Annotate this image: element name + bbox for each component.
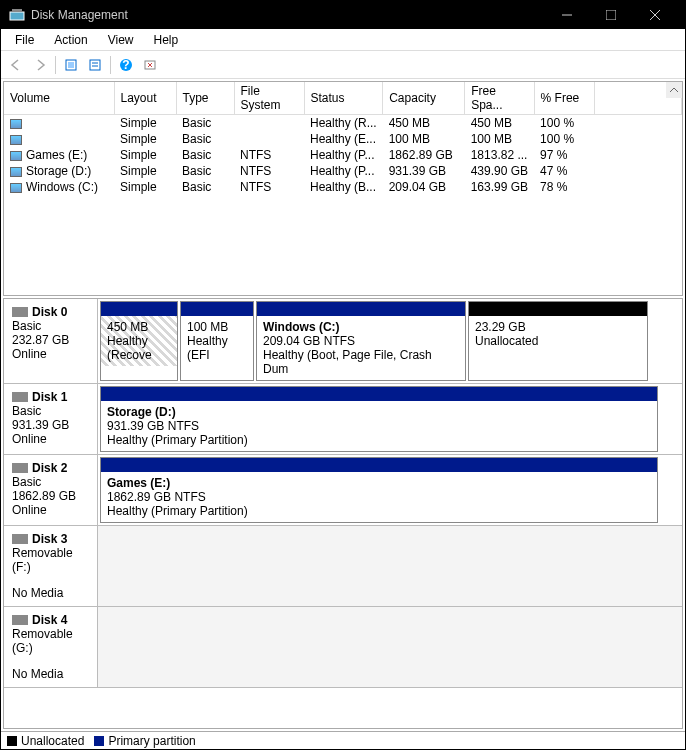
disk-label[interactable]: Disk 2Basic1862.89 GBOnline xyxy=(4,455,98,525)
partition[interactable]: Windows (C:)209.04 GB NTFSHealthy (Boot,… xyxy=(256,301,466,381)
maximize-button[interactable] xyxy=(589,1,633,29)
col-fs[interactable]: File System xyxy=(234,82,304,115)
svg-rect-8 xyxy=(90,60,100,70)
table-row[interactable]: SimpleBasicHealthy (R...450 MB450 MB100 … xyxy=(4,115,682,132)
volume-table[interactable]: VolumeLayoutTypeFile SystemStatusCapacit… xyxy=(4,82,682,195)
disk-row: Disk 1Basic931.39 GBOnlineStorage (D:)93… xyxy=(4,384,682,455)
refresh-icon[interactable] xyxy=(60,54,82,76)
disk-label[interactable]: Disk 4Removable (G:)No Media xyxy=(4,607,98,687)
volume-list-pane: VolumeLayoutTypeFile SystemStatusCapacit… xyxy=(3,81,683,296)
menu-file[interactable]: File xyxy=(5,31,44,49)
table-row[interactable]: Storage (D:)SimpleBasicNTFSHealthy (P...… xyxy=(4,163,682,179)
disk-map-pane: Disk 0Basic232.87 GBOnline450 MBHealthy … xyxy=(3,298,683,729)
forward-button[interactable] xyxy=(29,54,51,76)
app-icon xyxy=(9,7,25,23)
window-title: Disk Management xyxy=(31,8,545,22)
svg-text:?: ? xyxy=(122,58,129,72)
table-row[interactable]: Games (E:)SimpleBasicNTFSHealthy (P...18… xyxy=(4,147,682,163)
partition[interactable]: 100 MBHealthy (EFI xyxy=(180,301,254,381)
properties-icon[interactable] xyxy=(84,54,106,76)
close-button[interactable] xyxy=(633,1,677,29)
toolbar: ? xyxy=(1,51,685,79)
partition[interactable]: 450 MBHealthy (Recove xyxy=(100,301,178,381)
col-capacity[interactable]: Capacity xyxy=(383,82,465,115)
col-pct[interactable]: % Free xyxy=(534,82,594,115)
partition[interactable]: Games (E:)1862.89 GB NTFSHealthy (Primar… xyxy=(100,457,658,523)
menu-view[interactable]: View xyxy=(98,31,144,49)
partition[interactable]: 23.29 GBUnallocated xyxy=(468,301,648,381)
svg-rect-7 xyxy=(68,62,74,68)
svg-rect-0 xyxy=(10,12,24,20)
svg-rect-1 xyxy=(12,9,22,12)
empty-partition-area xyxy=(98,607,682,687)
scroll-up-icon[interactable] xyxy=(666,82,682,98)
disk-label[interactable]: Disk 3Removable (F:)No Media xyxy=(4,526,98,606)
menu-action[interactable]: Action xyxy=(44,31,97,49)
minimize-button[interactable] xyxy=(545,1,589,29)
col-layout[interactable]: Layout xyxy=(114,82,176,115)
legend-unallocated-label: Unallocated xyxy=(21,734,84,748)
table-row[interactable]: Windows (C:)SimpleBasicNTFSHealthy (B...… xyxy=(4,179,682,195)
col-type[interactable]: Type xyxy=(176,82,234,115)
partition[interactable]: Storage (D:)931.39 GB NTFSHealthy (Prima… xyxy=(100,386,658,452)
disk-row: Disk 4Removable (G:)No Media xyxy=(4,607,682,688)
rescan-icon[interactable] xyxy=(139,54,161,76)
disk-row: Disk 0Basic232.87 GBOnline450 MBHealthy … xyxy=(4,299,682,384)
empty-partition-area xyxy=(98,526,682,606)
menu-help[interactable]: Help xyxy=(144,31,189,49)
back-button[interactable] xyxy=(5,54,27,76)
col-volume[interactable]: Volume xyxy=(4,82,114,115)
disk-row: Disk 2Basic1862.89 GBOnlineGames (E:)186… xyxy=(4,455,682,526)
col-free[interactable]: Free Spa... xyxy=(465,82,534,115)
disk-label[interactable]: Disk 0Basic232.87 GBOnline xyxy=(4,299,98,383)
legend-primary-label: Primary partition xyxy=(108,734,195,748)
help-icon[interactable]: ? xyxy=(115,54,137,76)
svg-rect-3 xyxy=(606,10,616,20)
menubar: File Action View Help xyxy=(1,29,685,51)
table-row[interactable]: SimpleBasicHealthy (E...100 MB100 MB100 … xyxy=(4,131,682,147)
disk-row: Disk 3Removable (F:)No Media xyxy=(4,526,682,607)
legend-unallocated-icon xyxy=(7,736,17,746)
legend-primary-icon xyxy=(94,736,104,746)
legend: Unallocated Primary partition xyxy=(1,731,685,749)
titlebar[interactable]: Disk Management xyxy=(1,1,685,29)
disk-label[interactable]: Disk 1Basic931.39 GBOnline xyxy=(4,384,98,454)
col-status[interactable]: Status xyxy=(304,82,383,115)
